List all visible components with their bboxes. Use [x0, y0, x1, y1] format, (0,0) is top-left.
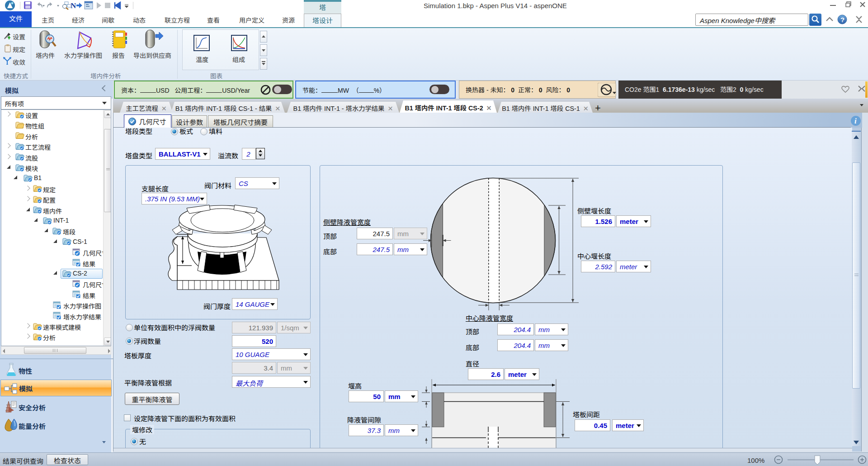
svg-text:N: N — [71, 1, 76, 10]
svg-text:i: i — [854, 117, 857, 125]
svg-text:?: ? — [840, 16, 844, 24]
